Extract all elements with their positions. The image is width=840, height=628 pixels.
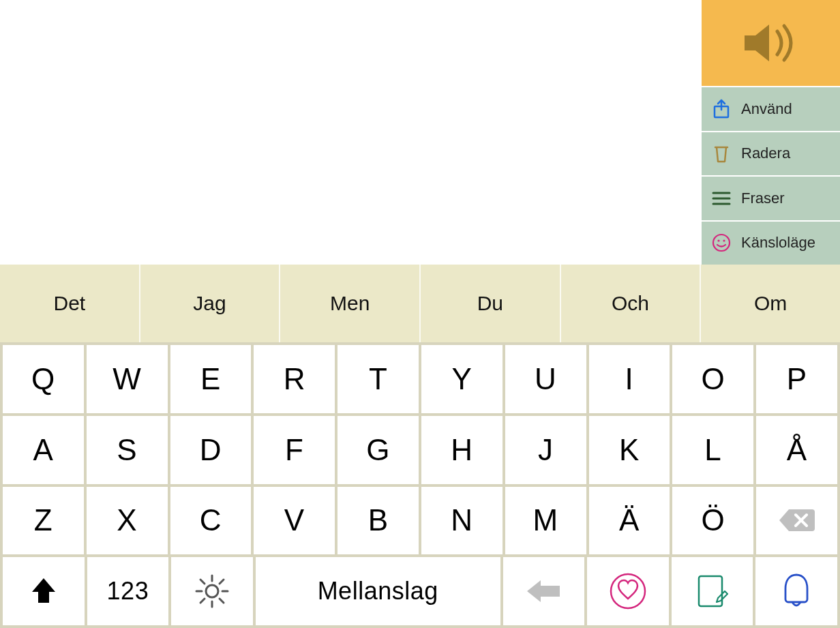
key-i[interactable]: I — [589, 345, 670, 413]
key-f[interactable]: F — [254, 416, 335, 484]
key-favorite[interactable] — [587, 557, 669, 625]
key-s[interactable]: S — [87, 416, 168, 484]
svg-point-4 — [713, 235, 730, 251]
suggestion[interactable]: Om — [701, 265, 840, 342]
top-area: Använd Radera — [0, 0, 840, 265]
backspace-icon — [777, 507, 817, 534]
svg-point-5 — [717, 240, 719, 242]
key-c[interactable]: C — [170, 487, 252, 555]
speak-button[interactable] — [702, 0, 840, 87]
key-g[interactable]: G — [338, 416, 419, 484]
side-item-label: Använd — [741, 100, 792, 118]
key-note[interactable] — [672, 557, 753, 625]
key-q[interactable]: Q — [3, 345, 84, 413]
keyboard-row-2: A S D F G H J K L Å — [0, 416, 840, 487]
key-n[interactable]: N — [421, 487, 502, 555]
keyboard-row-1: Q W E R T Y U I O P — [0, 345, 840, 416]
key-e[interactable]: E — [170, 345, 252, 413]
svg-point-8 — [611, 574, 645, 608]
key-l[interactable]: L — [672, 416, 753, 484]
key-b[interactable]: B — [338, 487, 419, 555]
key-settings[interactable] — [171, 557, 253, 625]
trash-icon — [711, 143, 732, 164]
keyboard-row-4: 123 Mellanslag — [0, 557, 840, 628]
key-p[interactable]: P — [756, 345, 837, 413]
key-u[interactable]: U — [505, 345, 586, 413]
key-adiaeresis[interactable]: Ä — [589, 487, 670, 555]
key-x[interactable]: X — [87, 487, 168, 555]
side-item-use[interactable]: Använd — [702, 87, 840, 132]
smiley-icon — [711, 233, 732, 253]
speaker-icon — [740, 19, 802, 67]
key-t[interactable]: T — [338, 345, 419, 413]
key-r[interactable]: R — [254, 345, 335, 413]
key-d[interactable]: D — [170, 416, 252, 484]
key-h[interactable]: H — [421, 416, 502, 484]
key-m[interactable]: M — [505, 487, 586, 555]
heart-circle-icon — [608, 571, 648, 611]
suggestions-bar: Det Jag Men Du Och Om — [0, 265, 840, 342]
suggestion[interactable]: Men — [280, 265, 421, 342]
side-item-mood[interactable]: Känsloläge — [702, 222, 840, 265]
svg-point-6 — [723, 240, 725, 242]
suggestion[interactable]: Jag — [140, 265, 281, 342]
key-v[interactable]: V — [254, 487, 335, 555]
shift-icon — [28, 575, 59, 607]
gear-icon — [192, 571, 232, 611]
key-space[interactable]: Mellanslag — [256, 557, 500, 625]
key-shift[interactable] — [3, 557, 85, 625]
key-back-arrow[interactable] — [503, 557, 585, 625]
side-item-label: Fraser — [741, 190, 785, 207]
text-input-area[interactable] — [0, 0, 701, 265]
share-icon — [711, 99, 732, 119]
keyboard: Q W E R T Y U I O P A S D F G H J K L Å … — [0, 342, 840, 628]
key-numbers[interactable]: 123 — [87, 557, 169, 625]
key-z[interactable]: Z — [3, 487, 84, 555]
key-o[interactable]: O — [672, 345, 753, 413]
menu-icon — [711, 188, 732, 209]
key-k[interactable]: K — [589, 416, 670, 484]
key-j[interactable]: J — [505, 416, 586, 484]
key-odiaeresis[interactable]: Ö — [672, 487, 753, 555]
key-y[interactable]: Y — [421, 345, 502, 413]
app-root: Använd Radera — [0, 0, 840, 628]
side-item-label: Känsloläge — [741, 234, 815, 252]
side-item-delete[interactable]: Radera — [702, 132, 840, 177]
note-edit-icon — [693, 572, 732, 610]
key-backspace[interactable] — [756, 487, 837, 555]
svg-point-7 — [206, 585, 218, 597]
key-w[interactable]: W — [87, 345, 168, 413]
suggestion[interactable]: Och — [561, 265, 702, 342]
keyboard-row-3: Z X C V B N M Ä Ö — [0, 487, 840, 558]
arrow-left-icon — [524, 578, 562, 605]
key-notification[interactable] — [755, 557, 837, 625]
suggestion[interactable]: Du — [421, 265, 561, 342]
key-a[interactable]: A — [3, 416, 84, 484]
suggestion[interactable]: Det — [0, 265, 140, 342]
side-item-phrases[interactable]: Fraser — [702, 177, 840, 222]
side-item-label: Radera — [741, 145, 790, 162]
side-panel: Använd Radera — [701, 0, 840, 265]
bell-icon — [780, 572, 813, 610]
key-aring[interactable]: Å — [756, 416, 837, 484]
